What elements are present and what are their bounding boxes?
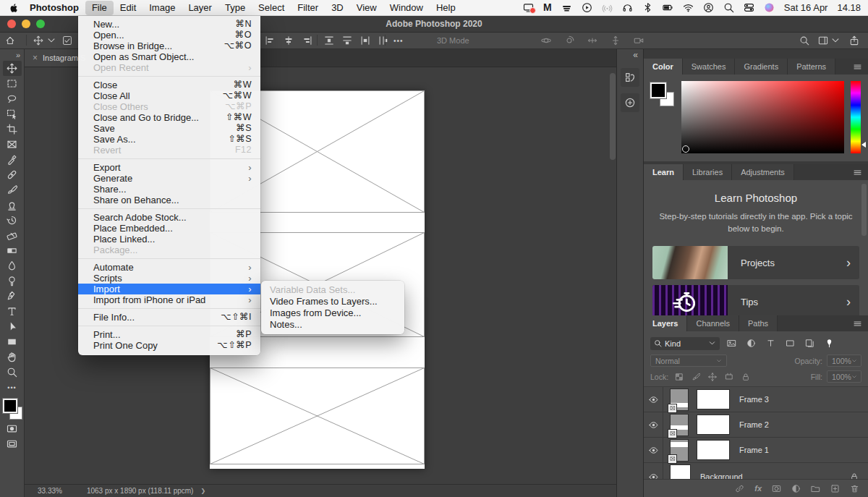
frame-thumbnail[interactable]: [670, 414, 689, 436]
layer-thumbnail[interactable]: [670, 464, 691, 480]
object-selection-tool[interactable]: [3, 106, 22, 122]
workspace-switcher-icon[interactable]: [818, 35, 828, 46]
saturation-brightness-field[interactable]: [681, 81, 844, 153]
import-submenu-item-notes[interactable]: Notes...: [261, 319, 404, 331]
layer-content-thumbnail[interactable]: [697, 440, 730, 460]
file-menu-item-close-and-go-to-bridge[interactable]: Close and Go to Bridge...⇧⌘W: [78, 112, 260, 123]
file-menu-item-close-others[interactable]: Close Others⌥⌘P: [78, 101, 260, 112]
auto-select-checkbox[interactable]: [62, 35, 72, 46]
malwarebytes-icon[interactable]: M: [543, 2, 552, 13]
file-menu-item-file-info[interactable]: File Info...⌥⇧⌘I: [78, 312, 260, 323]
history-brush-tool[interactable]: [3, 213, 22, 228]
filter-adjustment-layers-icon[interactable]: [744, 337, 759, 350]
brush-tool[interactable]: [3, 182, 22, 197]
foreground-background-colors[interactable]: [1, 398, 23, 421]
edit-toolbar-icon[interactable]: •••: [3, 380, 22, 395]
tab-gradients[interactable]: Gradients: [735, 59, 788, 75]
menubar-clock[interactable]: 14.18: [837, 2, 861, 13]
path-selection-tool[interactable]: [3, 319, 22, 334]
expand-dock-icon[interactable]: «: [633, 50, 638, 60]
file-menu-item-share[interactable]: Share...: [78, 184, 260, 195]
clone-stamp-tool[interactable]: [3, 197, 22, 213]
layer-name[interactable]: Background: [700, 472, 743, 479]
import-submenu-item-images-from-device[interactable]: Images from Device...: [261, 307, 404, 319]
hue-slider[interactable]: [851, 81, 861, 153]
panel-menu-icon[interactable]: [853, 315, 868, 331]
color-field-marker[interactable]: [682, 145, 689, 153]
file-menu-item-package[interactable]: Package...: [78, 245, 260, 255]
zoom-level-field[interactable]: 33.33%: [38, 487, 62, 495]
filter-type-layers-icon[interactable]: [763, 337, 778, 350]
layer-visibility-toggle[interactable]: [644, 438, 663, 462]
screen-mirroring-icon[interactable]: [523, 2, 534, 13]
file-menu-item-open-as-smart-object[interactable]: Open as Smart Object...: [78, 51, 260, 62]
blend-mode-select[interactable]: Normal: [650, 354, 727, 367]
collapsed-panel-icon-1[interactable]: [621, 68, 639, 87]
learn-scrollbar[interactable]: [861, 184, 867, 236]
move-tool-preset-icon[interactable]: [33, 35, 43, 46]
menubar-menu-select[interactable]: Select: [252, 1, 291, 15]
new-adjustment-layer-icon[interactable]: [791, 484, 801, 493]
layer-visibility-toggle[interactable]: [644, 412, 663, 437]
file-menu-item-import[interactable]: Import›: [78, 284, 260, 294]
siri-icon[interactable]: [764, 2, 775, 13]
file-menu-item-close[interactable]: Close⌘W: [78, 80, 260, 90]
more-options-icon[interactable]: •••: [393, 37, 404, 45]
layer-name[interactable]: Frame 1: [739, 446, 769, 454]
crop-tool[interactable]: [3, 122, 22, 137]
tab-paths[interactable]: Paths: [739, 315, 778, 331]
new-group-icon[interactable]: [811, 484, 820, 493]
home-icon[interactable]: [5, 35, 15, 46]
tab-color[interactable]: Color: [644, 59, 683, 75]
delete-layer-icon[interactable]: [850, 484, 859, 493]
menubar-menu-layer[interactable]: Layer: [182, 1, 218, 15]
layer-content-thumbnail[interactable]: [697, 389, 730, 409]
file-menu-item-open[interactable]: Open...⌘O: [78, 30, 260, 41]
healing-brush-tool[interactable]: [3, 167, 22, 182]
layer-row-frame-1[interactable]: Frame 1: [644, 438, 868, 463]
quick-mask-tool[interactable]: [3, 421, 22, 436]
menubar-menu-edit[interactable]: Edit: [114, 1, 142, 15]
foreground-color-swatch[interactable]: [3, 399, 17, 413]
import-submenu-item-variable-data-sets[interactable]: Variable Data Sets...: [261, 284, 404, 296]
play-circle-icon[interactable]: [582, 2, 592, 13]
panel-menu-icon[interactable]: [853, 164, 868, 180]
opacity-field[interactable]: 100%: [827, 354, 861, 367]
menubar-menu-3d[interactable]: 3D: [325, 1, 350, 15]
file-menu-item-share-on-behance[interactable]: Share on Behance...: [78, 195, 260, 205]
file-menu-item-import-from-iphone-or-ipad[interactable]: Import from iPhone or iPad›: [78, 294, 260, 305]
marquee-tool[interactable]: [3, 76, 22, 91]
file-menu-item-close-all[interactable]: Close All⌥⌘W: [78, 90, 260, 101]
zoom-tool[interactable]: [3, 365, 22, 380]
file-menu-item-automate[interactable]: Automate›: [78, 262, 260, 273]
tab-layers[interactable]: Layers: [644, 315, 687, 331]
import-submenu-item-video-frames-to-layers[interactable]: Video Frames to Layers...: [261, 296, 404, 307]
wifi-icon[interactable]: [683, 2, 694, 13]
tab-patterns[interactable]: Patterns: [788, 59, 835, 75]
3d-orbit-icon[interactable]: [541, 35, 551, 46]
file-menu-item-export[interactable]: Export›: [78, 162, 260, 173]
type-tool[interactable]: [3, 304, 22, 319]
lock-image-pixels-icon[interactable]: [689, 371, 702, 383]
layer-content-thumbnail[interactable]: [697, 415, 730, 435]
rectangle-tool[interactable]: [3, 334, 22, 349]
eraser-tool[interactable]: [3, 228, 22, 243]
file-menu-item-print[interactable]: Print...⌘P: [78, 329, 260, 340]
lock-position-icon[interactable]: [706, 371, 718, 383]
file-menu-item-save-as[interactable]: Save As...⇧⌘S: [78, 134, 260, 145]
zoom-window-button[interactable]: [36, 20, 45, 28]
layer-visibility-toggle[interactable]: [644, 387, 663, 412]
distribute-left-icon[interactable]: [360, 35, 370, 46]
file-menu-item-print-one-copy[interactable]: Print One Copy⌥⇧⌘P: [78, 340, 260, 351]
distribute-top-icon[interactable]: [324, 35, 334, 46]
headphones-icon[interactable]: [622, 2, 633, 13]
stack-icon[interactable]: [561, 2, 572, 13]
frame-thumbnail[interactable]: [670, 439, 689, 462]
menubar-date[interactable]: Sat 16 Apr: [784, 2, 828, 13]
lock-artboard-icon[interactable]: [723, 371, 735, 383]
file-menu-item-open-recent[interactable]: Open Recent›: [78, 62, 260, 73]
eyedropper-tool[interactable]: [3, 152, 22, 167]
apple-menu-icon[interactable]: [9, 3, 19, 13]
share-icon[interactable]: [849, 35, 859, 46]
file-menu-item-revert[interactable]: RevertF12: [78, 145, 260, 156]
